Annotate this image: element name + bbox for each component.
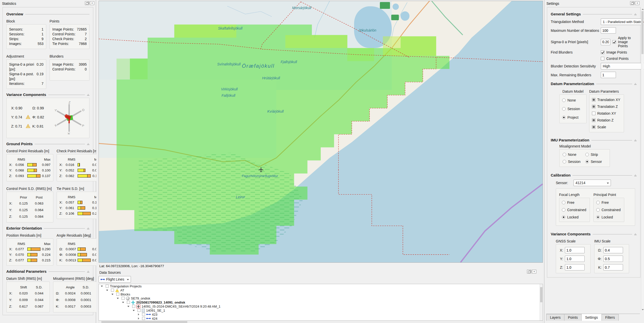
collapse-arrow[interactable] [634,174,637,176]
tree-label[interactable]: 423 [152,313,157,316]
blunder-sensitivity-select[interactable]: High [601,63,644,69]
scale-checkbox[interactable] [592,125,595,129]
tree-checkbox[interactable] [137,309,141,312]
gnss-z-input[interactable] [565,264,585,270]
tab-layers[interactable]: Layers [546,314,564,321]
tree-label[interactable]: 14091_SE_1 [146,309,165,312]
tree-row[interactable]: 14091_IS-2024-DMC4S_SE##6/7/2024 9:20:48… [99,304,543,308]
max-iterations-input[interactable] [601,27,616,34]
tree-vertical-scrollbar[interactable] [540,284,543,320]
tree-row[interactable]: Blocks [99,292,543,296]
datum-none-radio[interactable] [562,98,566,102]
tree-row[interactable]: 20250817090823_14091_ondisk [99,300,543,304]
tree-checkbox[interactable] [142,313,145,316]
collapse-arrow[interactable] [87,227,89,229]
focal-locked-radio[interactable] [562,215,565,219]
tree-label[interactable]: AT [120,288,124,292]
tree-checkbox[interactable] [142,317,145,320]
tree-expander[interactable] [127,306,129,307]
tree-label[interactable]: Blocks [121,292,130,296]
float-window-button[interactable] [85,1,89,5]
principal-constrained-radio[interactable] [596,208,600,212]
translation-z-checkbox[interactable] [592,105,595,108]
datum-session-radio[interactable] [562,107,566,111]
tree-row[interactable]: 425 [99,320,543,321]
sigma0-input[interactable] [601,39,610,45]
tab-filters[interactable]: Filters [602,314,619,321]
datum-project-radio[interactable] [562,116,566,119]
tab-points[interactable]: Points [564,314,582,321]
tree-row[interactable]: 423 [99,312,543,316]
scrollbar-thumb[interactable] [641,11,643,54]
close-window-button[interactable]: × [90,1,94,5]
close-window-button[interactable]: × [532,270,536,274]
tree-label[interactable]: Triangulation Projects [110,284,142,288]
settings-scrollbar[interactable] [641,8,644,311]
tree-checkbox[interactable] [122,297,125,300]
tab-settings[interactable]: Settings [581,314,602,321]
imu-none-radio[interactable] [563,153,566,156]
collapse-arrow[interactable] [634,13,637,15]
tree-label[interactable]: SE79_ondisk [131,296,150,300]
tree-checkbox[interactable] [106,285,109,288]
control-points-checkbox[interactable] [601,57,604,60]
tree-label[interactable]: 425 [152,321,157,321]
focal-free-radio[interactable] [562,201,565,204]
tree-checkbox[interactable] [132,305,135,308]
tree-checkbox[interactable] [127,301,130,304]
tree-row[interactable]: AT [99,288,543,292]
imu-strip-radio[interactable] [585,153,589,156]
imu-phi-input[interactable] [603,256,623,262]
imu-session-radio[interactable] [563,160,566,163]
principal-locked-radio[interactable] [596,215,600,219]
imu-sensor-radio[interactable] [585,160,589,163]
gnss-y-input[interactable] [565,256,585,262]
principal-free-radio[interactable] [596,201,600,204]
max-remaining-blunders-input[interactable] [601,72,616,78]
tree-row[interactable]: 424 [99,316,543,320]
scrollbar-thumb[interactable] [101,321,187,323]
tree-label[interactable]: 14091_IS-2024-DMC4S_SE##6/7/2024 9:20:48… [142,305,220,308]
float-window-button[interactable] [630,1,634,5]
tree-expander[interactable] [101,286,103,287]
tree-checkbox[interactable] [116,293,119,296]
focal-constrained-radio[interactable] [562,208,565,212]
tree-label[interactable]: 20250817090823_14091_ondisk [136,301,185,304]
collapse-arrow[interactable] [87,270,89,272]
imu-kappa-input[interactable] [603,264,623,270]
apply-to-image-points-checkbox[interactable] [612,40,616,44]
triangulation-method-select[interactable]: 1 - Parallelized with Statistics [601,18,644,25]
sensor-select[interactable]: 41214 [573,180,611,186]
scrollbar-thumb[interactable] [540,287,542,302]
collapse-arrow[interactable] [87,94,89,95]
collapse-arrow[interactable] [634,83,637,85]
tree-expander[interactable] [122,302,124,303]
map-canvas[interactable]: MorsárjökullJökulsárlónSkaftafellsjökull… [99,1,543,263]
tree-expander[interactable] [138,313,139,315]
tree-expander[interactable] [138,317,139,319]
tree-row[interactable]: SE79_ondisk [99,296,543,300]
tree-expander[interactable] [117,298,119,299]
close-window-button[interactable]: × [635,1,639,5]
tree-row[interactable]: Triangulation Projects [99,284,543,288]
tree-checkbox[interactable] [111,289,114,292]
translation-xy-checkbox[interactable] [592,98,595,102]
imu-omega-input[interactable] [603,247,623,253]
data-source-select[interactable]: Flight Lines [99,276,131,283]
image-points-checkbox[interactable] [601,51,604,54]
collapse-arrow[interactable] [634,139,637,141]
rotation-xy-checkbox[interactable] [592,112,595,115]
float-window-button[interactable] [527,270,531,274]
tree-expander[interactable] [111,294,113,295]
collapse-arrow[interactable] [87,143,89,145]
tree-horizontal-scrollbar[interactable] [99,321,543,323]
tree-row[interactable]: 14091_SE_1 [99,308,543,312]
collapse-arrow[interactable] [634,233,637,235]
gnss-x-input[interactable] [565,247,585,253]
tree-expander[interactable] [106,290,108,291]
rotation-z-checkbox[interactable] [592,118,595,122]
scroll-down-arrow[interactable] [642,309,644,310]
tree-label[interactable]: 424 [152,317,157,320]
tree-expander[interactable] [133,310,135,311]
scroll-up-arrow[interactable] [642,9,644,10]
